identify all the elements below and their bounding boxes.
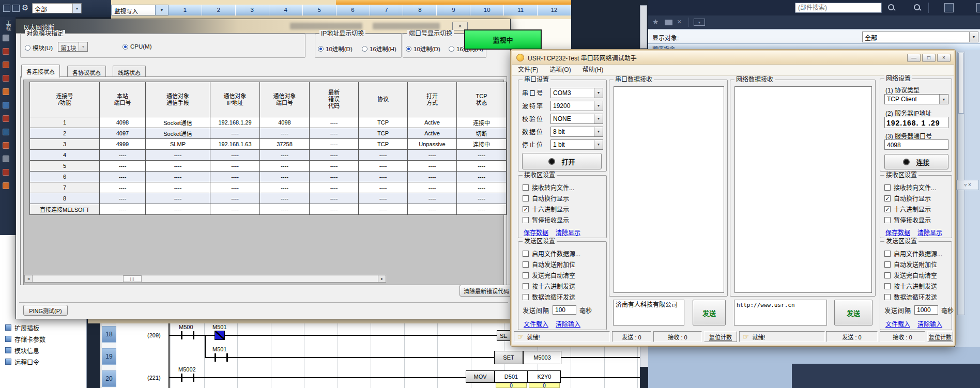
instruction-operand[interactable]: D501	[495, 370, 528, 383]
action-link[interactable]: 清除显示	[556, 228, 580, 237]
ip-hex-radio[interactable]	[362, 46, 368, 52]
menu-help[interactable]: 帮助(H)	[577, 65, 609, 75]
chevron-down-icon[interactable]: ▼	[72, 4, 81, 13]
cpu-radio[interactable]	[122, 44, 128, 50]
tool-icon[interactable]	[3, 129, 9, 135]
serial-dropdown[interactable]: 19200▼	[550, 101, 603, 111]
interval-input[interactable]	[914, 305, 938, 315]
tool-icon[interactable]	[3, 156, 9, 162]
tool-icon[interactable]	[3, 182, 9, 189]
chevron-down-icon[interactable]: ▼	[594, 101, 603, 111]
serial-send-button[interactable]: 发送	[693, 300, 726, 325]
close-icon[interactable]: ×	[968, 182, 971, 188]
reset-count-button-left[interactable]: 复位计数	[704, 331, 737, 342]
checkbox[interactable]	[523, 251, 529, 257]
tab-protocol-status[interactable]: 各协议状态	[67, 66, 106, 77]
table-row[interactable]: 8--------------------------------	[30, 193, 507, 204]
checkbox[interactable]	[884, 184, 891, 191]
serial-dropdown[interactable]: 1 bit▼	[550, 139, 603, 150]
checkbox[interactable]	[523, 217, 529, 223]
table-row[interactable]: 6--------------------------------	[30, 172, 507, 182]
serial-dropdown[interactable]: 8 bit▼	[550, 127, 603, 137]
search-icon[interactable]	[887, 3, 896, 12]
star-icon[interactable]: ★	[652, 18, 659, 26]
ip-dec-radio[interactable]	[318, 46, 324, 52]
serial-send-input[interactable]: 济南有人科技有限公司	[613, 300, 684, 325]
ladder-column-6[interactable]: 6	[336, 5, 370, 15]
checkbox[interactable]	[523, 261, 529, 268]
device-list-icon[interactable]	[944, 3, 954, 12]
filter-dropdown[interactable]: 全部 ▼	[32, 3, 82, 13]
display-object-dropdown[interactable]: 全部 ▼	[862, 32, 978, 42]
close-icon[interactable]: ×	[937, 54, 951, 62]
instruction-op[interactable]: MOV	[466, 370, 495, 383]
scroll-right-arrow[interactable]: ▸	[378, 275, 386, 282]
window-tab-strip-active[interactable]	[336, 0, 571, 5]
chevron-down-icon[interactable]: ▼	[939, 95, 948, 104]
ladder-column-5[interactable]: 5	[303, 5, 336, 15]
ladder-column-1[interactable]: 1	[169, 5, 202, 15]
checkbox[interactable]	[884, 251, 891, 257]
table-row[interactable]: 直接连接MELSOFT-----------------------------…	[30, 204, 507, 215]
tool-icon[interactable]	[3, 142, 9, 149]
checkbox[interactable]	[884, 294, 891, 300]
ladder-column-7[interactable]: 7	[370, 5, 404, 15]
protocol-dropdown[interactable]: TCP Client ▼	[884, 94, 948, 104]
action-link[interactable]: 清除显示	[917, 228, 942, 237]
search-next-icon[interactable]	[913, 3, 922, 12]
search-input[interactable]	[795, 3, 882, 13]
ladder-row-number[interactable]: 19	[102, 348, 116, 365]
action-link[interactable]: 文件载入	[524, 319, 548, 328]
ladder-vscrollbar[interactable]	[640, 5, 647, 49]
tool-icon[interactable]	[3, 35, 9, 41]
nav-item[interactable]: 远程口令	[0, 356, 86, 367]
contact-no[interactable]	[215, 353, 228, 362]
tool-icon[interactable]	[3, 115, 9, 122]
nav-item[interactable]: 存储卡参数	[0, 333, 86, 345]
minimize-icon[interactable]: —	[907, 54, 921, 62]
port-dec-radio[interactable]	[406, 46, 411, 52]
pin-close-tab[interactable]: ▿ ×	[956, 180, 979, 190]
interval-input[interactable]	[553, 305, 576, 315]
scrollbar-thumb[interactable]	[958, 53, 964, 114]
chevron-down-icon[interactable]: ▼	[156, 5, 169, 15]
checkbox[interactable]	[523, 184, 529, 191]
connection-table[interactable]: 连接号 /功能本站 端口号通信对象 通信手段通信对象 IP地址通信对象 端口号最…	[29, 82, 507, 215]
layout-icon[interactable]	[3, 5, 10, 12]
scrollbar-thumb[interactable]: |||	[123, 275, 142, 282]
serial-receive-area[interactable]	[614, 86, 724, 293]
instruction-operand[interactable]: K2Y0	[528, 370, 561, 383]
module-radio[interactable]	[25, 45, 30, 51]
window-icon[interactable]	[976, 3, 980, 12]
chevron-down-icon[interactable]: ▼	[969, 32, 978, 42]
checkbox[interactable]	[523, 272, 529, 278]
instruction-op[interactable]: SET	[494, 351, 523, 364]
checkbox[interactable]	[523, 195, 529, 201]
menu-options[interactable]: 选项(O)	[544, 65, 576, 75]
ladder-row-number[interactable]: 18	[102, 326, 116, 343]
checkbox[interactable]: ✓	[884, 195, 891, 201]
tool-icon[interactable]	[3, 102, 9, 108]
monitor-write-cell[interactable]: 监视写入	[111, 5, 156, 15]
action-link[interactable]: 清除输入	[917, 319, 942, 328]
chevron-down-icon[interactable]: ▼	[594, 127, 603, 136]
pin-icon[interactable]: ▿	[964, 182, 967, 188]
port-hex-radio[interactable]	[449, 46, 454, 52]
ladder-column-2[interactable]: 2	[202, 5, 236, 15]
open-serial-button[interactable]: 打开	[522, 153, 602, 169]
module-number-dropdown[interactable]: 第1块 ▼	[58, 42, 88, 52]
window-split-icon[interactable]	[12, 5, 20, 12]
table-row[interactable]: 24097Socket通信------------TCPActive切断	[30, 128, 507, 139]
tool-icon[interactable]	[3, 48, 9, 55]
server-ip-input[interactable]: 192.168. 1 .29	[884, 117, 948, 128]
table-hscrollbar[interactable]: ◂ ||| ▸	[24, 275, 386, 283]
serial-dropdown[interactable]: COM3▼	[550, 88, 603, 98]
maximize-icon[interactable]: □	[922, 54, 936, 62]
chevron-down-icon[interactable]: ▼	[594, 114, 603, 123]
checkbox[interactable]	[884, 261, 891, 268]
nav-item[interactable]: 模块信息	[0, 345, 86, 356]
server-port-input[interactable]: 4098	[884, 139, 948, 150]
table-row[interactable]: 5--------------------------------	[30, 161, 507, 172]
contact-no[interactable]	[181, 374, 194, 382]
tab-line-status[interactable]: 线路状态	[113, 66, 146, 77]
